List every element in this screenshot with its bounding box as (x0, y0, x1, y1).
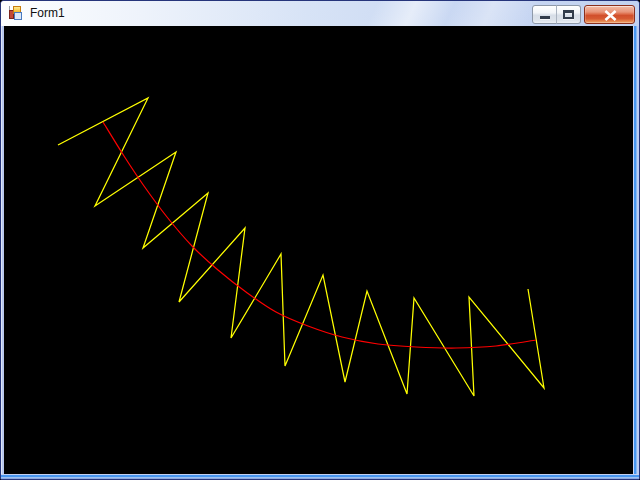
minimize-button[interactable] (532, 5, 557, 24)
close-button[interactable] (584, 5, 635, 24)
window-border-right[interactable] (633, 26, 639, 474)
form-window: Form1 (0, 0, 640, 480)
maximize-icon (563, 10, 574, 19)
client-area (4, 26, 633, 474)
close-icon (604, 10, 617, 21)
form-icon[interactable] (8, 5, 24, 21)
window-title: Form1 (30, 6, 65, 20)
drawing-canvas (4, 26, 633, 474)
curve-path (103, 122, 536, 348)
minimize-icon (540, 16, 550, 19)
title-bar[interactable]: Form1 (1, 1, 639, 26)
maximize-button[interactable] (556, 5, 581, 24)
zigzag-polyline (58, 98, 544, 396)
window-border-bottom[interactable] (1, 474, 639, 479)
form-icon-blue-square (14, 12, 22, 20)
